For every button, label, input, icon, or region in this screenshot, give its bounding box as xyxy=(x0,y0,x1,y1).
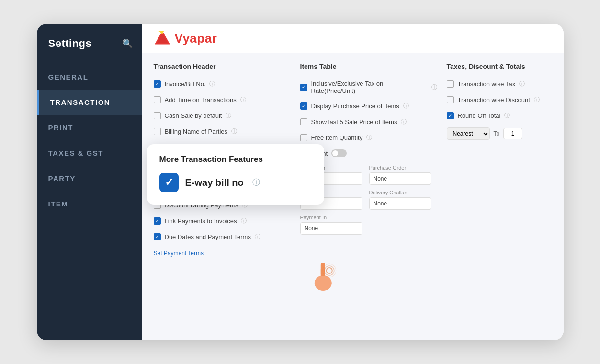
set-payment-terms-link[interactable]: Set Payment Terms xyxy=(154,250,204,257)
check-billing-name: Billing Name of Parties ⓘ xyxy=(154,127,291,136)
checkbox-invoice-bill-no[interactable] xyxy=(154,80,161,88)
payment-in-label: Payment In xyxy=(300,215,362,220)
col3-header: Taxes, Discount & Totals xyxy=(447,63,552,73)
label-round-off: Round Off Total xyxy=(458,112,501,119)
checkbox-cash-sale[interactable] xyxy=(154,112,161,119)
search-icon[interactable]: 🔍 xyxy=(122,38,133,49)
label-cash-sale: Cash Sale by default xyxy=(165,112,222,119)
check-transaction-tax: Transaction wise Tax ⓘ xyxy=(447,80,552,88)
checkbox-transaction-discount[interactable] xyxy=(447,96,454,103)
info-icon-transaction-tax[interactable]: ⓘ xyxy=(519,80,525,88)
popup-info-icon[interactable]: ⓘ xyxy=(252,178,260,188)
info-icon-cash-sale[interactable]: ⓘ xyxy=(226,112,231,120)
check-last5-sale: Show last 5 Sale Price of Items ⓘ xyxy=(300,118,437,126)
svg-point-6 xyxy=(326,268,332,273)
check-free-item: Free Item Quantity ⓘ xyxy=(300,134,437,142)
label-add-time: Add Time on Transactions xyxy=(165,96,237,103)
check-round-off: Round Off Total ⓘ xyxy=(447,112,552,120)
more-features-popup: More Transaction Features ✓ E-way bill n… xyxy=(147,144,324,205)
cursor-finger-icon xyxy=(306,256,339,298)
sidebar-nav: GENERAL TRANSACTION PRINT TAXES & GST PA… xyxy=(37,64,142,216)
check-cash-sale: Cash Sale by default ⓘ xyxy=(154,112,291,120)
app-title: Vyapar xyxy=(175,31,217,46)
checkbox-add-time[interactable] xyxy=(154,96,161,103)
sidebar-item-taxes-gst[interactable]: TAXES & GST xyxy=(37,140,142,166)
sidebar-title: Settings xyxy=(48,37,92,50)
checkbox-link-payments[interactable] xyxy=(154,217,161,225)
label-display-purchase: Display Purchase Price of Items xyxy=(311,102,399,110)
info-icon-invoice[interactable]: ⓘ xyxy=(209,80,215,88)
delivery-challan-dropdown[interactable]: None xyxy=(369,197,431,210)
info-icon-add-time[interactable]: ⓘ xyxy=(240,96,246,104)
sidebar-item-print[interactable]: PRINT xyxy=(37,115,142,140)
checkbox-transaction-tax[interactable] xyxy=(447,80,454,88)
info-icon-free-item[interactable]: ⓘ xyxy=(366,134,372,142)
popup-eway-item: ✓ E-way bill no ⓘ xyxy=(159,173,312,192)
delivery-challan-label: Delivery Challan xyxy=(369,190,431,195)
check-invoice-bill-no: Invoice/Bill No. ⓘ xyxy=(154,80,291,88)
check-transaction-discount: Transaction wise Discount ⓘ xyxy=(447,96,552,104)
check-due-dates: Due Dates and Payment Terms ⓘ xyxy=(154,233,291,241)
label-link-payments: Link Payments to Invoices xyxy=(165,217,237,225)
checkbox-display-purchase[interactable] xyxy=(300,102,307,110)
popup-title: More Transaction Features xyxy=(159,155,312,164)
sidebar-item-transaction[interactable]: TRANSACTION xyxy=(37,90,142,115)
purchase-order-dropdown[interactable]: None xyxy=(369,172,431,185)
info-icon-due-dates[interactable]: ⓘ xyxy=(255,233,260,241)
sidebar-item-item[interactable]: ITEM xyxy=(37,191,142,216)
label-last5-sale: Show last 5 Sale Price of Items xyxy=(311,118,397,125)
label-billing-name: Billing Name of Parties xyxy=(165,128,228,135)
taxes-column: Taxes, Discount & Totals Transaction wis… xyxy=(447,63,552,257)
info-icon-link-payments[interactable]: ⓘ xyxy=(241,217,247,225)
label-due-dates: Due Dates and Payment Terms xyxy=(165,233,251,240)
checkbox-free-item[interactable] xyxy=(300,134,307,141)
check-add-time: Add Time on Transactions ⓘ xyxy=(154,96,291,104)
col2-header: Items Table xyxy=(300,63,437,73)
label-invoice-bill-no: Invoice/Bill No. xyxy=(165,80,206,88)
vyapar-logo: Vyapar xyxy=(154,31,217,46)
check-link-payments: Link Payments to Invoices ⓘ xyxy=(154,217,291,225)
count-toggle[interactable] xyxy=(331,149,347,157)
settings-panel: Transaction Header Invoice/Bill No. ⓘ Ad… xyxy=(142,53,564,340)
to-label: To xyxy=(494,130,500,137)
info-icon-billing-name[interactable]: ⓘ xyxy=(231,127,237,136)
payment-in-dropdown[interactable]: None xyxy=(300,222,362,235)
checkbox-inclusive-tax[interactable] xyxy=(300,84,307,91)
checkbox-billing-name[interactable] xyxy=(154,128,161,135)
col1-header: Transaction Header xyxy=(154,63,291,73)
sidebar: Settings 🔍 GENERAL TRANSACTION PRINT TAX… xyxy=(37,24,142,340)
check-inclusive-tax: Inclusive/Exclusive Tax on Rate(Price/Un… xyxy=(300,80,437,94)
info-icon-inclusive-tax[interactable]: ⓘ xyxy=(431,83,437,91)
info-icon-display-purchase[interactable]: ⓘ xyxy=(403,102,409,110)
nearest-dropdown[interactable]: Nearest xyxy=(447,127,490,140)
info-icon-transaction-discount[interactable]: ⓘ xyxy=(534,96,540,104)
label-transaction-tax: Transaction wise Tax xyxy=(458,80,516,88)
main-content: Vyapar Transaction Header Invoice/Bill N… xyxy=(142,24,564,340)
label-transaction-discount: Transaction wise Discount xyxy=(458,96,530,103)
round-number-input[interactable] xyxy=(503,128,522,139)
checkbox-due-dates[interactable] xyxy=(154,233,161,240)
info-icon-round-off[interactable]: ⓘ xyxy=(504,112,510,120)
round-off-row: Nearest To xyxy=(447,127,552,140)
payment-in-group: Payment In None xyxy=(300,215,362,235)
info-icon-last5-sale[interactable]: ⓘ xyxy=(401,118,407,126)
header-bar: Vyapar xyxy=(142,24,564,53)
purchase-order-group: Purchase Order None xyxy=(369,165,431,185)
label-free-item: Free Item Quantity xyxy=(311,134,363,141)
sidebar-item-party[interactable]: PARTY xyxy=(37,166,142,191)
popup-eway-label: E-way bill no xyxy=(185,177,244,188)
label-inclusive-tax: Inclusive/Exclusive Tax on Rate(Price/Un… xyxy=(311,80,428,94)
delivery-challan-group: Delivery Challan None xyxy=(369,190,431,210)
sidebar-header: Settings 🔍 xyxy=(37,24,142,59)
dropdown-row-3: Payment In None xyxy=(300,215,437,235)
checkbox-round-off[interactable] xyxy=(447,112,454,119)
sidebar-item-general[interactable]: GENERAL xyxy=(37,64,142,90)
checkbox-last5-sale[interactable] xyxy=(300,118,307,125)
popup-check-mark: ✓ xyxy=(165,176,173,189)
purchase-order-label: Purchase Order xyxy=(369,165,431,171)
popup-checkbox-eway[interactable]: ✓ xyxy=(159,173,179,192)
logo-icon xyxy=(154,31,171,46)
check-display-purchase: Display Purchase Price of Items ⓘ xyxy=(300,102,437,110)
